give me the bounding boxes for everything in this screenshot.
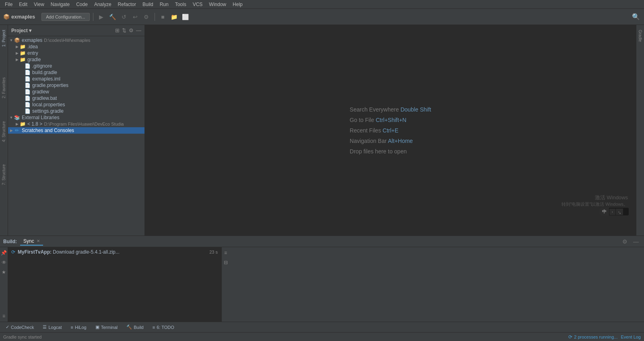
menu-view[interactable]: View bbox=[31, 1, 47, 8]
menu-navigate[interactable]: Navigate bbox=[47, 1, 73, 8]
star-icon[interactable]: ★ bbox=[0, 268, 7, 276]
run-button[interactable]: ▶ bbox=[97, 12, 106, 22]
sidebar-item-favorites[interactable]: 2: Favorites bbox=[1, 74, 7, 101]
panel-close-icon[interactable]: — bbox=[136, 27, 141, 33]
menu-help[interactable]: Help bbox=[229, 1, 246, 8]
panel-sort-icon[interactable]: ⇅ bbox=[122, 27, 126, 33]
tree-label-gradle-props: gradle.properties bbox=[32, 83, 68, 88]
eye-icon[interactable]: 👁 bbox=[0, 258, 8, 267]
stop-icon[interactable]: ■ bbox=[158, 12, 168, 22]
scratches-icon: ✏ bbox=[14, 128, 20, 133]
menu-tools[interactable]: Tools bbox=[172, 1, 190, 8]
build-icon[interactable]: 🔨 bbox=[108, 12, 118, 22]
tree-item-idea[interactable]: ▶ 📁 .idea bbox=[8, 43, 144, 50]
tree-item-local-props[interactable]: ▶ 📄 local.properties bbox=[8, 101, 144, 108]
file-icon-settings-gradle: 📄 bbox=[24, 108, 31, 114]
menu-build[interactable]: Build bbox=[139, 1, 157, 8]
tree-path-root: D:\codes\HW\exmaples bbox=[44, 38, 90, 43]
sidebar-item-project[interactable]: 1: Project bbox=[1, 27, 7, 50]
processes-text[interactable]: 2 processes running... bbox=[574, 335, 617, 339]
pin-icon[interactable]: 📌 bbox=[0, 249, 8, 257]
tree-item-gitignore[interactable]: ▶ 📄 .gitignore bbox=[8, 63, 144, 69]
menu-refactor[interactable]: Refactor bbox=[115, 1, 139, 8]
folder-icon[interactable]: 📁 bbox=[169, 12, 179, 22]
add-configuration-button[interactable]: Add Configuration... bbox=[41, 13, 89, 21]
tree-arrow-jdk: ▶ bbox=[14, 122, 19, 126]
search-everywhere-icon[interactable]: 🔍 bbox=[631, 12, 641, 22]
gradle-tab[interactable]: Gradle bbox=[637, 27, 643, 45]
watermark-subtitle: 转到"电脑设置"以激活 Windows。 bbox=[561, 201, 628, 207]
menu-analyze[interactable]: Analyze bbox=[91, 1, 115, 8]
file-icon-iml: 📄 bbox=[24, 76, 31, 82]
sync-tab-close[interactable]: ✕ bbox=[37, 239, 40, 243]
ime-chinese-button[interactable]: 中 bbox=[600, 208, 609, 215]
panel-settings-icon[interactable]: ⚙ bbox=[129, 27, 134, 33]
editor-area: Search Everywhere Double Shift Go to Fil… bbox=[145, 25, 636, 236]
hilog-icon: ≡ bbox=[71, 325, 73, 330]
menu-window[interactable]: Window bbox=[206, 1, 229, 8]
editor-hints: Search Everywhere Double Shift Go to Fil… bbox=[350, 102, 431, 159]
tree-item-entry[interactable]: ▶ 📁 entry bbox=[8, 50, 144, 56]
rerun-icon[interactable]: ↺ bbox=[119, 12, 129, 22]
menu-run[interactable]: Run bbox=[157, 1, 172, 8]
folder-icon-idea: 📁 bbox=[19, 44, 26, 50]
tree-item-iml[interactable]: ▶ 📄 exmaples.iml bbox=[8, 76, 144, 82]
tree-item-scratches[interactable]: ▶ ✏ Scratches and Consoles bbox=[8, 127, 144, 134]
project-label: Project ▾ bbox=[11, 28, 31, 33]
sync-tab-label: Sync bbox=[23, 238, 34, 244]
tab-terminal[interactable]: ▣ Terminal bbox=[91, 324, 122, 331]
tree-item-build-gradle[interactable]: ▶ 📄 build.gradle bbox=[8, 69, 144, 76]
panel-layout-icon[interactable]: ⊞ bbox=[115, 27, 120, 33]
tree-item-external-libs[interactable]: ▼ 📚 External Libraries bbox=[8, 114, 144, 121]
bottom-close-icon[interactable]: — bbox=[631, 237, 641, 246]
tab-build[interactable]: 🔨 Build bbox=[122, 324, 147, 331]
build-tab-icon: 🔨 bbox=[126, 324, 132, 330]
menu-vcs[interactable]: VCS bbox=[190, 1, 206, 8]
todo-icon: ≡ bbox=[153, 325, 155, 330]
tree-item-jdk[interactable]: ▶ 📁 < 1.8 > D:\Program Files\Huawei\DevE… bbox=[8, 121, 144, 127]
project-panel-title: Project ▾ bbox=[11, 28, 113, 33]
event-log-link[interactable]: Event Log bbox=[621, 335, 641, 339]
left-sidebar-tabs: 1: Project 2: Favorites 4: Structure 7: … bbox=[0, 25, 8, 236]
collapse-icon[interactable]: ⊟ bbox=[223, 258, 229, 267]
tree-item-settings-gradle[interactable]: ▶ 📄 settings.gradle bbox=[8, 108, 144, 114]
tab-todo[interactable]: ≡ 6: TODO bbox=[149, 324, 178, 331]
tree-item-gradlew[interactable]: ▶ 📄 gradlew bbox=[8, 89, 144, 95]
filter-icon[interactable]: ≡ bbox=[223, 249, 228, 257]
ime-comma-button[interactable]: ·, bbox=[616, 209, 623, 215]
tab-logcat[interactable]: ☰ Logcat bbox=[39, 324, 66, 331]
tree-item-gradlew-bat[interactable]: ▶ 📄 gradlew.bat bbox=[8, 95, 144, 101]
status-bar: Gradle sync started ⟳ 2 processes runnin… bbox=[0, 332, 644, 341]
file-icon-local-props: 📄 bbox=[24, 102, 31, 107]
external-libs-icon: 📚 bbox=[14, 115, 20, 120]
sidebar-item-structure2[interactable]: 7: Structure bbox=[1, 161, 7, 188]
main-area: 1: Project 2: Favorites 4: Structure 7: … bbox=[0, 25, 644, 236]
bottom-tab-sync[interactable]: Sync ✕ bbox=[20, 238, 43, 246]
shortcut-search: Double Shift bbox=[400, 106, 431, 113]
terminal-icon: ▣ bbox=[95, 324, 99, 330]
bottom-panel-content: 📌 👁 ★ ≡ ⟳ MyFirstTvApp: Download gradle-… bbox=[0, 247, 644, 322]
settings-run-icon[interactable]: ⚙ bbox=[142, 12, 151, 22]
tree-label-local-props: local.properties bbox=[32, 102, 65, 107]
tab-hilog[interactable]: ≡ HiLog bbox=[67, 324, 91, 331]
tree-item-root[interactable]: ▼ 📦 exmaples D:\codes\HW\exmaples bbox=[8, 37, 144, 43]
ime-dot-button[interactable]: · bbox=[609, 209, 615, 215]
build-line-1: ⟳ MyFirstTvApp: Download gradle-5.4.1-al… bbox=[11, 249, 218, 255]
layout-icon[interactable]: ⬜ bbox=[181, 12, 190, 22]
file-icon-gradlew-bat: 📄 bbox=[24, 95, 31, 101]
bottom-settings-icon[interactable]: ⚙ bbox=[620, 237, 630, 246]
status-left-text: Gradle sync started bbox=[3, 335, 568, 339]
tree-item-gradle-props[interactable]: ▶ 📄 gradle.properties bbox=[8, 82, 144, 89]
menu-edit[interactable]: Edit bbox=[16, 1, 31, 8]
sidebar-item-structure[interactable]: 4: Structure bbox=[1, 118, 7, 145]
undo-icon[interactable]: ↩ bbox=[130, 12, 140, 22]
tree-item-gradle-dir[interactable]: ▶ 📁 gradle bbox=[8, 56, 144, 63]
build-tab-label: Build bbox=[134, 325, 143, 330]
tab-codecheck[interactable]: ✓ CodeCheck bbox=[2, 324, 38, 331]
menu-file[interactable]: File bbox=[2, 1, 16, 8]
menu-code[interactable]: Code bbox=[73, 1, 91, 8]
tree-label-gitignore: .gitignore bbox=[32, 63, 52, 69]
hint-recent-files: Recent Files Ctrl+E bbox=[350, 127, 431, 134]
ime-indicator[interactable]: 中 · ·, bbox=[600, 208, 629, 215]
list-icon[interactable]: ≡ bbox=[1, 312, 6, 320]
